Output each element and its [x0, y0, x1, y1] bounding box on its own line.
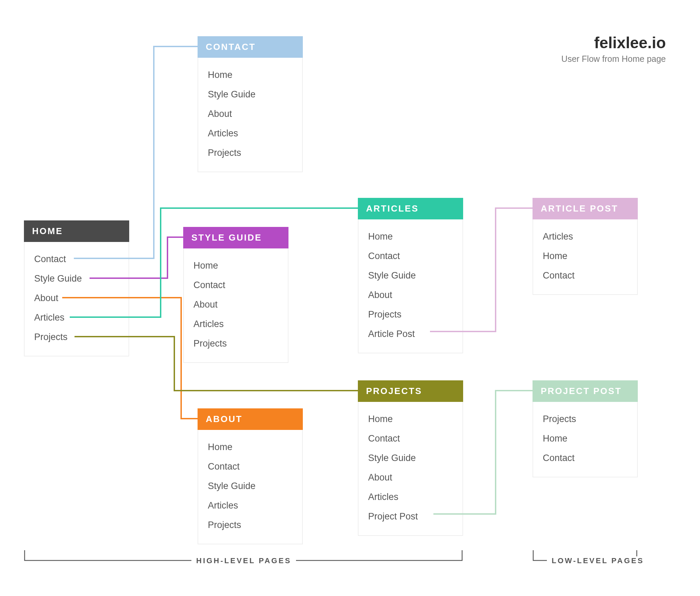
style-guide-item-1: Contact [193, 275, 278, 295]
style-guide-item-3: Articles [193, 314, 278, 334]
home-item-contact: Contact [34, 249, 119, 269]
project-post-item-2: Contact [543, 448, 628, 468]
projects-item-0: Home [368, 409, 453, 429]
contact-item-1: Style Guide [208, 85, 293, 104]
articles-item-0: Home [368, 227, 453, 246]
contact-item-2: About [208, 104, 293, 124]
card-style-guide: STYLE GUIDE Home Contact About Articles … [183, 227, 288, 363]
projects-item-2: Style Guide [368, 448, 453, 468]
home-item-articles: Articles [34, 308, 119, 327]
contact-item-0: Home [208, 65, 293, 85]
about-item-0: Home [208, 437, 293, 457]
card-style-guide-header: STYLE GUIDE [183, 227, 288, 248]
articles-item-5: Article Post [368, 324, 453, 344]
home-item-projects: Projects [34, 327, 119, 347]
projects-item-4: Articles [368, 487, 453, 507]
card-article-post: ARTICLE POST Articles Home Contact [533, 198, 638, 295]
label-low-level: LOW-LEVEL PAGES [547, 556, 649, 565]
card-articles-header: ARTICLES [358, 198, 463, 219]
projects-item-5: Project Post [368, 507, 453, 526]
about-item-4: Projects [208, 515, 293, 535]
card-home-header: HOME [24, 220, 129, 242]
project-post-item-0: Projects [543, 409, 628, 429]
card-project-post-header: PROJECT POST [533, 380, 638, 402]
card-projects-header: PROJECTS [358, 380, 463, 402]
label-high-level: HIGH-LEVEL PAGES [191, 556, 296, 565]
site-logo-text: felixlee.io [561, 33, 666, 52]
article-post-item-0: Articles [543, 227, 628, 246]
card-home: HOME Contact Style Guide About Articles … [24, 220, 129, 356]
card-contact-header: CONTACT [198, 36, 303, 58]
card-contact: CONTACT Home Style Guide About Articles … [198, 36, 303, 172]
card-project-post: PROJECT POST Projects Home Contact [533, 380, 638, 477]
style-guide-item-0: Home [193, 256, 278, 275]
card-projects: PROJECTS Home Contact Style Guide About … [358, 380, 463, 536]
contact-item-3: Articles [208, 124, 293, 143]
article-post-item-1: Home [543, 246, 628, 266]
articles-item-4: Projects [368, 305, 453, 324]
card-article-post-header: ARTICLE POST [533, 198, 638, 219]
about-item-2: Style Guide [208, 476, 293, 496]
card-articles: ARTICLES Home Contact Style Guide About … [358, 198, 463, 353]
project-post-item-1: Home [543, 429, 628, 448]
site-tagline: User Flow from Home page [561, 54, 666, 64]
about-item-1: Contact [208, 457, 293, 476]
about-item-3: Articles [208, 496, 293, 515]
card-about-header: ABOUT [198, 408, 303, 430]
articles-item-3: About [368, 285, 453, 305]
home-item-about: About [34, 288, 119, 308]
style-guide-item-2: About [193, 295, 278, 314]
article-post-item-2: Contact [543, 266, 628, 285]
articles-item-1: Contact [368, 246, 453, 266]
card-about: ABOUT Home Contact Style Guide Articles … [198, 408, 303, 544]
home-item-style-guide: Style Guide [34, 269, 119, 288]
projects-item-3: About [368, 468, 453, 487]
contact-item-4: Projects [208, 143, 293, 163]
style-guide-item-4: Projects [193, 334, 278, 353]
articles-item-2: Style Guide [368, 266, 453, 285]
branding: felixlee.io User Flow from Home page [561, 33, 666, 64]
projects-item-1: Contact [368, 429, 453, 448]
